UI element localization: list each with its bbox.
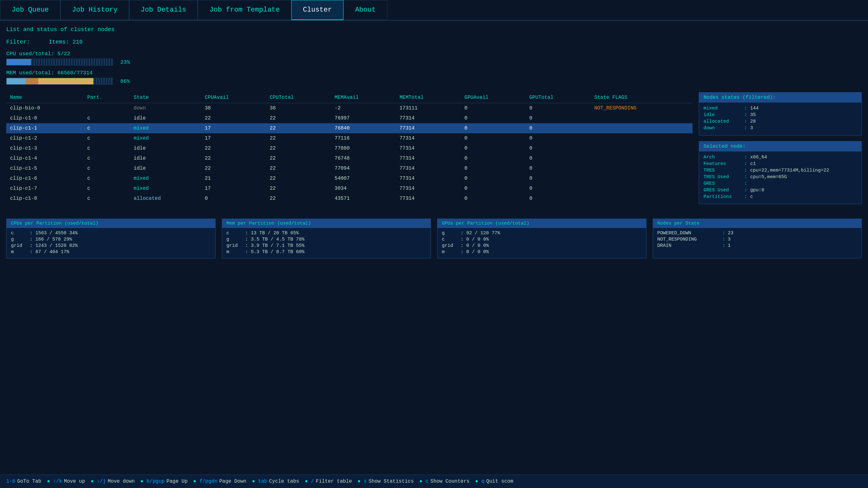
selected-node-body: Arch:x86_64Features:c1TRES:cpu=22,mem=77… (699, 151, 861, 204)
bottom-key: m (442, 249, 461, 255)
nodes-states-body: mixed:144idle:35allocated:28down:3 (699, 103, 861, 135)
cell-cputotal: 22 (266, 194, 331, 204)
cell-cpuavail: 22 (201, 113, 266, 123)
footer-item: c Show Counters (426, 479, 469, 484)
bottom-row: m: 5.3 TB / 8.7 TB 60% (226, 249, 427, 255)
footer-key: c (426, 479, 429, 484)
footer-desc: Quit scom (486, 479, 513, 484)
bottom-val: : 1243 / 1520 82% (30, 243, 78, 249)
selected-node-row: Arch:x86_64 (704, 154, 857, 160)
cell-state: idle (130, 153, 201, 164)
tab-job-details[interactable]: Job Details (129, 0, 198, 20)
bottom-val: : 13 TB / 20 TB 65% (245, 231, 299, 236)
bottom-row: m: 67 / 404 17% (11, 249, 211, 255)
footer-item: tab Cycle tabs (258, 479, 299, 484)
footer-dot: ● (193, 479, 196, 484)
cell-memavail: 77116 (331, 133, 396, 143)
footer-dot: ● (419, 479, 423, 484)
node-val: cpu=5,mem=65G (750, 174, 787, 180)
bottom-row: g: 166 / 578 29% (11, 237, 211, 242)
cell-cputotal: 22 (266, 143, 331, 153)
cell-name: clip-bio-0 (6, 103, 84, 114)
table-row[interactable]: clip-c1-1 c mixed 17 22 76840 77314 0 0 (6, 123, 692, 133)
progress-section: CPU used/total: 5/22 23% MEM used/total:… (6, 51, 862, 85)
cell-cpuavail: 21 (201, 173, 266, 183)
table-row[interactable]: clip-c1-8 c allocated 0 22 43571 77314 0… (6, 194, 692, 204)
table-row[interactable]: clip-c1-7 c mixed 17 22 3034 77314 0 0 (6, 183, 692, 194)
cell-cpuavail: 17 (201, 123, 266, 133)
cell-name: clip-c1-7 (6, 183, 84, 194)
footer-dot: ● (305, 479, 308, 484)
cell-gpuavail: 0 (461, 103, 526, 114)
tab-job-history[interactable]: Job History (60, 0, 129, 20)
cell-name: clip-c1-2 (6, 133, 84, 143)
bottom-row: g: 3.5 TB / 4.5 TB 78% (226, 237, 427, 242)
table-row[interactable]: clip-c1-2 c mixed 17 22 77116 77314 0 0 (6, 133, 692, 143)
footer-item: s Show Statistics (364, 479, 414, 484)
bottom-key: grid (226, 243, 245, 249)
tab-job-queue[interactable]: Job Queue (0, 0, 60, 20)
cell-gpuavail: 0 (461, 133, 526, 143)
table-row[interactable]: clip-bio-0 down 38 38 -2 173111 0 0 NOT_… (6, 103, 692, 114)
page-description: List and status of cluster nodes (6, 26, 862, 33)
col-memtotal: MEMTotal (396, 92, 461, 103)
cell-flags (590, 153, 692, 164)
mem-per-partition-box: Mem per Partition (used/total) c: 13 TB … (222, 219, 431, 258)
bottom-row: c: 1563 / 4550 34% (11, 231, 211, 236)
nodes-table: Name Part. State CPUAvail CPUTotal MEMAv… (6, 92, 692, 204)
table-row[interactable]: clip-c1-5 c idle 22 22 77094 77314 0 0 (6, 164, 692, 173)
cell-cputotal: 38 (266, 103, 331, 114)
footer-item: ↓/j Move down (97, 479, 135, 484)
footer-desc: Cycle tabs (269, 479, 299, 484)
cell-cpuavail: 0 (201, 194, 266, 204)
footer-key: ↑/k (53, 479, 62, 484)
table-row[interactable]: clip-c1-4 c idle 22 22 76748 77314 0 0 (6, 153, 692, 164)
footer-key: / (311, 479, 314, 484)
cell-memavail: 77094 (331, 164, 396, 173)
cell-part (84, 103, 130, 114)
cell-name: clip-c1-3 (6, 143, 84, 153)
bottom-val: : 1563 / 4550 34% (30, 231, 78, 236)
cell-gputotal: 0 (526, 133, 590, 143)
cell-memavail: 54007 (331, 173, 396, 183)
col-gputotal: GPUTotal (526, 92, 590, 103)
node-key: Features (704, 161, 744, 167)
cell-memavail: 77080 (331, 143, 396, 153)
cell-part: c (84, 133, 130, 143)
cell-state: mixed (130, 123, 201, 133)
state-val: 3 (750, 125, 753, 131)
col-cputotal: CPUTotal (266, 92, 331, 103)
cell-gpuavail: 0 (461, 113, 526, 123)
nodes-state-row: mixed:144 (704, 106, 857, 111)
table-row[interactable]: clip-c1-0 c idle 22 22 76997 77314 0 0 (6, 113, 692, 123)
mem-box-body: c: 13 TB / 20 TB 65%g: 3.5 TB / 4.5 TB 7… (222, 228, 431, 258)
bottom-row: g: 92 / 120 77% (442, 231, 642, 236)
mem-percent: 86% (120, 78, 130, 84)
table-row[interactable]: clip-c1-3 c idle 22 22 77080 77314 0 0 (6, 143, 692, 153)
cell-gputotal: 0 (526, 164, 590, 173)
table-row[interactable]: clip-c1-6 c mixed 21 22 54007 77314 0 0 (6, 173, 692, 183)
nodes-state-bottom-val: 1 (728, 243, 731, 249)
tab-job-from-template[interactable]: Job from Template (198, 0, 291, 20)
nodes-box-body: POWERED_DOWN:23NOT_RESPONDING:3DRAIN:1 (653, 228, 862, 252)
cell-memtotal: 77314 (396, 113, 461, 123)
cpus-per-partition-header: CPUs per Partition (used/total) (7, 219, 215, 228)
tab-about[interactable]: About (343, 0, 387, 20)
cell-cpuavail: 22 (201, 153, 266, 164)
selected-node-row: TRES:cpu=22,mem=77314M,billing=22 (704, 168, 857, 173)
cell-part: c (84, 173, 130, 183)
selected-node-row: Features:c1 (704, 161, 857, 167)
cell-flags: NOT_RESPONDING (590, 103, 692, 114)
mem-rest-bar (93, 78, 113, 84)
tab-cluster[interactable]: Cluster (291, 0, 343, 20)
state-val: 144 (750, 106, 758, 111)
bottom-row: m: 0 / 0 0% (442, 249, 642, 255)
footer-desc: Move up (64, 479, 85, 484)
node-key: GRES Used (704, 188, 744, 193)
cell-memavail: 76748 (331, 153, 396, 164)
mem-progress-bar (6, 78, 113, 85)
cell-gputotal: 0 (526, 143, 590, 153)
gpus-box-body: g: 92 / 120 77%c: 0 / 0 0%grid: 0 / 0 0%… (437, 228, 646, 258)
cell-memavail: 76840 (331, 123, 396, 133)
cell-state: idle (130, 113, 201, 123)
